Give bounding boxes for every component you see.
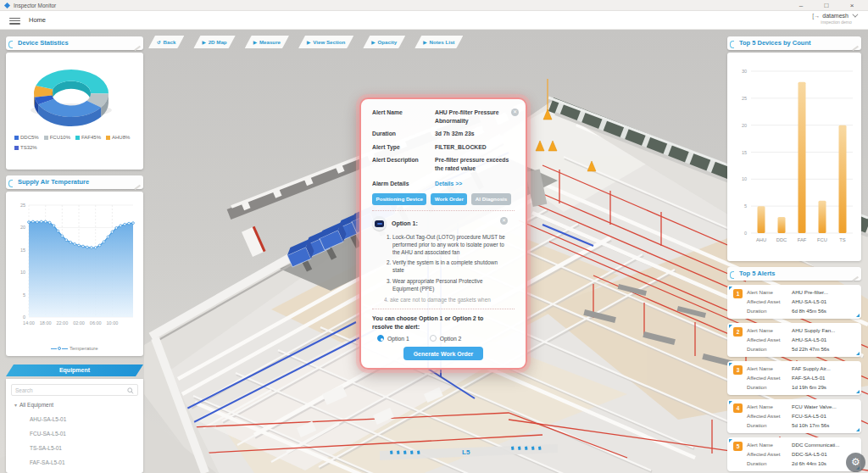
svg-text:06:00: 06:00 — [90, 320, 102, 326]
user-menu[interactable]: [→datamesh inspection demo — [812, 13, 856, 25]
details-link[interactable]: Details >> — [435, 180, 515, 188]
svg-text:30: 30 — [742, 69, 747, 74]
settings-gear-button[interactable]: ⚙ — [846, 453, 865, 472]
toolbar-2d-map-button[interactable]: ▶2D Map — [193, 36, 235, 48]
toolbar-measure-button[interactable]: ▶Measure — [245, 36, 289, 48]
svg-text:15: 15 — [20, 248, 25, 253]
svg-text:20: 20 — [20, 225, 25, 230]
svg-text:0: 0 — [23, 314, 25, 320]
top-devices-bar-chart: 051015202530AHUDDCFAFFCUTS — [727, 53, 861, 261]
alert-card[interactable]: 1 Alert NameAHU Pre-filter... Affected A… — [727, 285, 861, 319]
toolbar-opacity-button[interactable]: ▶Opacity — [363, 36, 405, 48]
user-subtitle: inspection demo — [821, 19, 856, 25]
radio-option-1[interactable]: Option 1 — [377, 335, 409, 342]
svg-text:25: 25 — [20, 203, 25, 208]
option-steps: Lock-Out Tag-Out (LOTO) procedure MUST b… — [392, 233, 508, 303]
main-area: L5 ↺Back ▶2D Map ▶Measure ▶View Section … — [0, 30, 868, 473]
svg-text:AHU: AHU — [756, 237, 766, 242]
top-devices-title: Top 5 Devices by Count — [727, 36, 861, 50]
temperature-legend: Temperature — [6, 346, 143, 351]
modal-close-icon[interactable]: ✕ — [511, 109, 519, 116]
window-titlebar: Inspector Monitor – □ × — [0, 0, 868, 11]
back-icon: ↺ — [157, 40, 161, 45]
svg-text:10: 10 — [20, 270, 25, 275]
top-alerts-title: Top 5 Alerts — [727, 267, 861, 281]
alert-rank-badge: 1 — [733, 289, 743, 298]
ai-robot-avatar — [372, 216, 387, 231]
svg-text:02:00: 02:00 — [73, 320, 85, 326]
svg-text:0: 0 — [744, 231, 747, 236]
svg-text:25: 25 — [742, 96, 747, 101]
alert-rank-badge: 5 — [733, 442, 743, 451]
alert-card[interactable]: 2 Alert NameAHU Supply Fan... Affected A… — [727, 323, 861, 357]
user-name: datamesh — [822, 13, 849, 19]
work-order-button[interactable]: Work Order — [431, 193, 467, 205]
top-devices-panel: 051015202530AHUDDCFAFFCUTS — [727, 53, 861, 261]
notes-icon: ▶ — [423, 40, 426, 45]
supply-air-temperature-title: Supply Air Temperature — [6, 175, 143, 189]
alert-card[interactable]: 5 Alert NameDDC Communicati... Affected … — [727, 437, 861, 471]
temperature-chart: 051015202514:0018:0022:0002:0006:0010:00 — [6, 192, 140, 332]
svg-text:5: 5 — [23, 292, 25, 298]
measure-icon: ▶ — [253, 40, 257, 45]
supply-air-temperature-panel: 051015202514:0018:0022:0002:0006:0010:00… — [6, 192, 143, 356]
svg-text:20: 20 — [742, 123, 747, 128]
equipment-panel: ▾All Equipment AHU-SA-L5-01 FCU-SA-L5-01… — [6, 379, 143, 473]
positioning-device-button[interactable]: Positioning Device — [372, 193, 426, 205]
generate-work-order-button[interactable]: Generate Work Order — [403, 347, 484, 360]
svg-text:FAF: FAF — [798, 237, 807, 242]
equipment-panel-title: Equipment — [6, 364, 143, 376]
option-close-icon[interactable]: ✕ — [500, 217, 508, 225]
svg-text:18:00: 18:00 — [40, 320, 52, 326]
svg-text:TS: TS — [839, 237, 846, 242]
alert-card[interactable]: 3 Alert NameFAF Supply Air... Affected A… — [727, 361, 861, 395]
svg-text:15: 15 — [742, 150, 747, 155]
svg-text:FCU: FCU — [817, 237, 827, 242]
alert-rank-badge: 3 — [733, 365, 743, 375]
navbar: Home [→datamesh inspection demo — [0, 11, 868, 30]
equipment-search[interactable] — [11, 384, 138, 396]
device-donut-chart — [6, 53, 136, 133]
equipment-item[interactable]: FAF-SA-L5-01 — [30, 459, 65, 465]
svg-text:22:00: 22:00 — [56, 320, 68, 326]
toolbar-notes-list-button[interactable]: ▶Notes List — [415, 36, 463, 48]
svg-text:L5: L5 — [462, 448, 470, 456]
radio-option-2[interactable]: Option 2 — [430, 335, 462, 342]
window-title: Inspector Monitor — [14, 3, 56, 8]
svg-text:10: 10 — [742, 176, 747, 181]
equipment-item[interactable]: AHU-SA-L5-01 — [30, 416, 66, 422]
app-icon — [4, 3, 10, 8]
device-statistics-panel: DDC5% FCU10% FAF45% AHU8% TS32% — [6, 53, 143, 170]
ai-diagnosis-button[interactable]: AI Diagnosis — [471, 193, 510, 205]
opacity-icon: ▶ — [371, 40, 375, 45]
alert-card[interactable]: 4 Alert NameFCU Water Valve... Affected … — [727, 399, 861, 433]
minimize-button[interactable]: – — [792, 1, 810, 10]
svg-text:10:00: 10:00 — [107, 320, 119, 326]
equipment-item[interactable]: FCU-SA-L5-01 — [30, 431, 66, 437]
alert-rank-badge: 4 — [733, 403, 743, 413]
caret-down-icon: ▾ — [14, 402, 17, 408]
device-statistics-title: Device Statistics — [6, 36, 143, 50]
svg-text:5: 5 — [744, 203, 747, 209]
tab-home[interactable]: Home — [29, 14, 46, 26]
donut-legend: DDC5% FCU10% FAF45% AHU8% TS32% — [14, 135, 140, 155]
viewer-toolbar: ↺Back ▶2D Map ▶Measure ▶View Section ▶Op… — [148, 36, 463, 48]
svg-text:14:00: 14:00 — [23, 320, 35, 326]
map-icon: ▶ — [202, 40, 205, 45]
svg-text:DDC: DDC — [776, 237, 787, 242]
toolbar-view-section-button[interactable]: ▶View Section — [298, 36, 353, 48]
equipment-item[interactable]: TS-SA-L5-01 — [30, 445, 62, 451]
logout-icon: [→ — [812, 13, 820, 19]
search-input[interactable] — [15, 386, 125, 395]
close-button[interactable]: × — [843, 1, 861, 10]
chevron-down-icon — [852, 12, 858, 18]
alert-detail-modal: ✕ Alert NameAHU Pre-filter Pressure Abno… — [359, 97, 527, 370]
toolbar-back-button[interactable]: ↺Back — [148, 36, 184, 48]
menu-icon[interactable] — [9, 18, 20, 25]
maximize-button[interactable]: □ — [817, 1, 836, 10]
alert-rank-badge: 2 — [733, 327, 743, 337]
section-icon: ▶ — [307, 40, 310, 45]
search-icon — [127, 387, 134, 394]
equipment-tree-root[interactable]: ▾All Equipment — [14, 402, 53, 408]
